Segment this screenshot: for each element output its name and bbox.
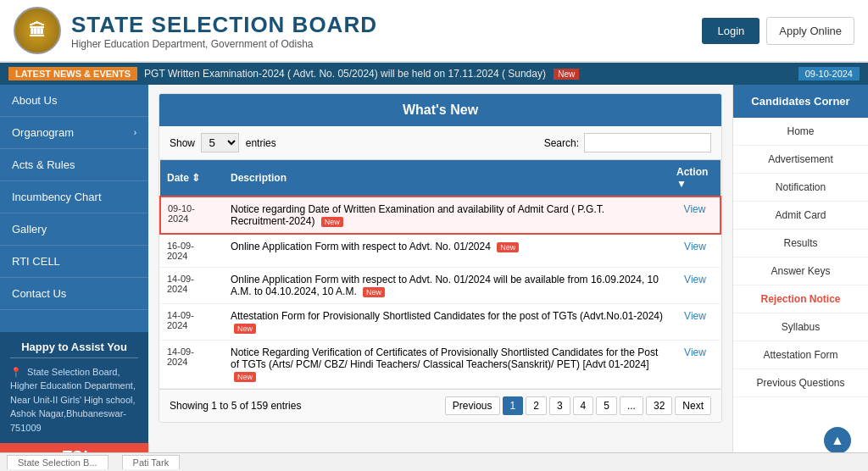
header-left: 🏛 STATE SELECTION BOARD Higher Education… — [14, 7, 377, 54]
row-date: 14-09-2024 — [160, 341, 224, 389]
right-nav-admit-card[interactable]: Admit Card — [733, 202, 868, 230]
assist-box: Happy to Assist You 📍 State Selection Bo… — [0, 332, 148, 444]
view-link[interactable]: View — [684, 310, 706, 322]
page-2-button[interactable]: 2 — [526, 396, 547, 415]
row-date: 14-09-2024 — [160, 304, 224, 341]
pagination: Previous 1 2 3 4 5 ... 32 Next — [445, 396, 711, 415]
right-nav-advertisement[interactable]: Advertisement — [733, 146, 868, 174]
search-label: Search: — [544, 137, 579, 149]
sidebar-item-contact[interactable]: Contact Us — [0, 278, 148, 310]
chevron-right-icon: › — [134, 128, 136, 137]
search-box: Search: — [544, 133, 711, 152]
new-badge: New — [321, 217, 343, 227]
logo-icon: 🏛 — [14, 7, 61, 54]
page-ellipsis: ... — [620, 396, 643, 415]
row-description: Online Application Form with respect to … — [224, 234, 670, 268]
row-description: Online Application Form with respect to … — [224, 268, 670, 304]
page-5-button[interactable]: 5 — [596, 396, 617, 415]
row-action[interactable]: View — [670, 234, 721, 268]
browser-tab-pati[interactable]: Pati Tark — [122, 455, 181, 469]
new-badge: New — [497, 242, 519, 252]
whats-new-panel: What's New Show 5 10 25 entries Search: — [159, 93, 722, 423]
row-description: Notice regarding Date of Written Examina… — [224, 197, 670, 234]
center-content: What's New Show 5 10 25 entries Search: — [148, 85, 732, 471]
apply-online-button[interactable]: Apply Online — [766, 17, 854, 45]
table-controls: Show 5 10 25 entries Search: — [159, 126, 721, 160]
row-description: Attestation Form for Provisionally Short… — [224, 304, 670, 341]
description-column-header: Description — [224, 160, 670, 197]
table-row: 14-09-2024 Online Application Form with … — [160, 268, 721, 304]
right-nav-results[interactable]: Results — [733, 230, 868, 258]
right-nav-answer-keys[interactable]: Answer Keys — [733, 258, 868, 285]
sidebar-item-rti[interactable]: RTI CELL — [0, 246, 148, 278]
right-nav-rejection[interactable]: Rejection Notice — [733, 285, 868, 313]
site-subtitle: Higher Education Department, Government … — [71, 38, 377, 50]
login-button[interactable]: Login — [702, 18, 760, 44]
browser-bar: State Selection B... Pati Tark — [0, 452, 868, 471]
ticker-badge: New — [554, 69, 579, 80]
date-column-header: Date ⇕ — [160, 160, 224, 197]
view-link[interactable]: View — [684, 346, 706, 358]
row-description: Notice Regarding Verification of Certifi… — [224, 341, 670, 389]
assist-text: 📍 State Selection Board, Higher Educatio… — [10, 365, 138, 435]
action-column-header: Action ▼ — [670, 160, 721, 197]
ticker-label: LATEST NEWS & EVENTS — [8, 67, 137, 80]
browser-tab-ssb[interactable]: State Selection B... — [7, 455, 108, 469]
page-4-button[interactable]: 4 — [573, 396, 594, 415]
scroll-to-top-button[interactable]: ▲ — [824, 427, 851, 454]
right-nav-previous-questions[interactable]: Previous Questions — [733, 369, 868, 397]
next-button[interactable]: Next — [675, 396, 711, 415]
show-label: Show — [170, 137, 195, 149]
pin-icon: 📍 — [10, 367, 22, 377]
row-date: 14-09-2024 — [160, 268, 224, 304]
whats-new-title: What's New — [159, 94, 721, 126]
sidebar-item-gallery[interactable]: Gallery — [0, 213, 148, 246]
right-nav-home[interactable]: Home — [733, 118, 868, 146]
new-badge: New — [234, 372, 256, 382]
row-action[interactable]: View — [670, 341, 721, 389]
show-entries: Show 5 10 25 entries — [170, 133, 276, 152]
new-badge: New — [234, 324, 256, 334]
view-link[interactable]: View — [684, 274, 706, 285]
right-nav-notification[interactable]: Notification — [733, 174, 868, 202]
header: 🏛 STATE SELECTION BOARD Higher Education… — [0, 0, 868, 63]
search-input[interactable] — [584, 133, 711, 152]
ticker-content: PGT Written Examination-2024 ( Advt. No.… — [144, 68, 792, 80]
view-link[interactable]: View — [684, 241, 706, 252]
page-1-button[interactable]: 1 — [503, 396, 524, 415]
header-right: Login Apply Online — [702, 17, 854, 45]
news-ticker: LATEST NEWS & EVENTS PGT Written Examina… — [0, 63, 868, 85]
left-sidebar: About Us Organogram › Acts & Rules Incum… — [0, 85, 148, 471]
table-row: 14-09-2024 Attestation Form for Provisio… — [160, 304, 721, 341]
right-sidebar: Candidates Corner Home Advertisement Not… — [732, 85, 868, 471]
row-action[interactable]: View — [670, 197, 721, 234]
sidebar-item-incumbency[interactable]: Incumbency Chart — [0, 181, 148, 213]
sidebar-nav: About Us Organogram › Acts & Rules Incum… — [0, 85, 148, 332]
prev-button[interactable]: Previous — [445, 396, 500, 415]
right-nav-attestation[interactable]: Attestation Form — [733, 341, 868, 369]
site-title: STATE SELECTION BOARD — [71, 12, 377, 38]
right-nav-syllabus[interactable]: Syllabus — [733, 313, 868, 341]
row-date: 16-09-2024 — [160, 234, 224, 268]
entries-label: entries — [246, 137, 276, 149]
page-3-button[interactable]: 3 — [549, 396, 570, 415]
sidebar-item-organogram[interactable]: Organogram › — [0, 117, 148, 149]
table-row: 16-09-2024 Online Application Form with … — [160, 234, 721, 268]
table-row: 14-09-2024 Notice Regarding Verification… — [160, 341, 721, 389]
showing-text: Showing 1 to 5 of 159 entries — [170, 400, 301, 412]
sidebar-item-acts[interactable]: Acts & Rules — [0, 149, 148, 181]
view-link[interactable]: View — [684, 203, 706, 215]
table-footer: Showing 1 to 5 of 159 entries Previous 1… — [159, 389, 721, 422]
entries-select[interactable]: 5 10 25 — [201, 133, 239, 152]
header-title: STATE SELECTION BOARD Higher Education D… — [71, 12, 377, 50]
row-action[interactable]: View — [670, 304, 721, 341]
sidebar-item-about[interactable]: About Us — [0, 85, 148, 117]
ticker-date: 09-10-2024 — [798, 67, 860, 80]
table-row: 09-10-2024 Notice regarding Date of Writ… — [160, 197, 721, 234]
row-action[interactable]: View — [670, 268, 721, 304]
assist-title: Happy to Assist You — [10, 341, 138, 358]
row-date: 09-10-2024 — [160, 197, 224, 234]
new-badge: New — [363, 287, 385, 297]
main-layout: About Us Organogram › Acts & Rules Incum… — [0, 85, 868, 471]
page-32-button[interactable]: 32 — [646, 396, 672, 415]
